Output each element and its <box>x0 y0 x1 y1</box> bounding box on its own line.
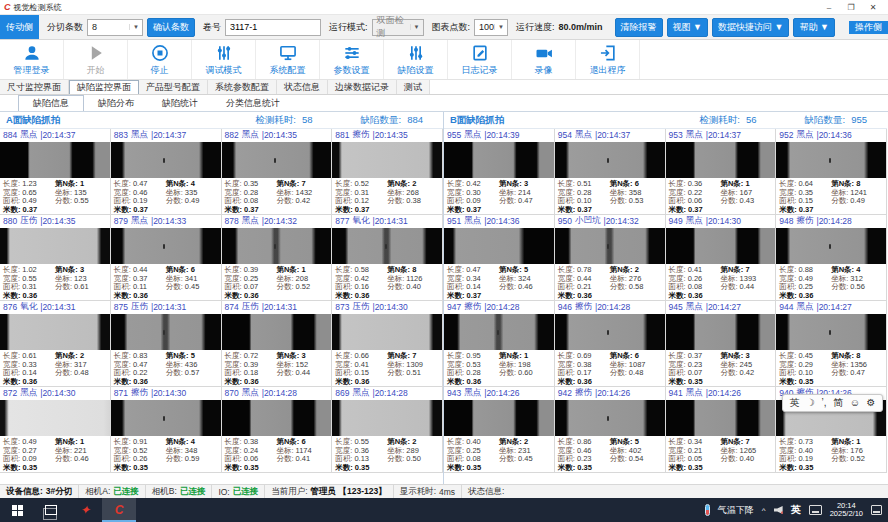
chart-points-select[interactable]: 100 ▼ <box>474 19 508 36</box>
tab-产品型号配置[interactable]: 产品型号配置 <box>139 80 208 94</box>
maximize-button[interactable]: ❐ <box>840 3 862 12</box>
defect-image[interactable] <box>444 314 554 351</box>
defect-image[interactable] <box>444 400 554 437</box>
defect-cell[interactable]: 872 黑点 |20:14:30 长度: 0.49 宽度: 0.27 面积: 0… <box>0 387 111 473</box>
moon-icon[interactable]: ☽ <box>806 398 815 408</box>
defect-image[interactable] <box>0 314 110 351</box>
defect-cell[interactable]: 949 黑点 |20:14:30 长度: 0.41 宽度: 0.26 面积: 0… <box>666 215 777 301</box>
defect-image[interactable] <box>222 228 332 265</box>
action-log-button[interactable]: 日志记录 <box>448 40 512 79</box>
run-mode-select[interactable]: 双面检测 ▼ <box>372 19 424 36</box>
task-view-button[interactable] <box>34 498 68 522</box>
tray-expand-button[interactable]: ^ <box>762 506 766 515</box>
defect-cell[interactable]: 953 黑点 |20:14:37 长度: 0.36 宽度: 0.22 面积: 0… <box>666 129 777 215</box>
defect-image[interactable] <box>776 142 886 179</box>
defect-image[interactable] <box>0 400 110 437</box>
defect-cell[interactable]: 875 压伤 |20:14:31 长度: 0.83 宽度: 0.47 面积: 0… <box>111 301 222 387</box>
punctuation-toggle[interactable]: ’, <box>822 398 827 408</box>
defect-image[interactable] <box>776 228 886 265</box>
defect-cell[interactable]: 952 黑点 |20:14:36 长度: 0.64 宽度: 0.35 面积: 0… <box>776 129 887 215</box>
defect-image[interactable] <box>444 228 554 265</box>
taskbar-app-inspection[interactable]: C <box>102 498 136 522</box>
tab-缺陷监控界面[interactable]: 缺陷监控界面 <box>69 80 139 94</box>
defect-image[interactable] <box>222 314 332 351</box>
defect-cell[interactable]: 882 黑点 |20:14:35 长度: 0.35 宽度: 0.28 面积: 0… <box>222 129 333 215</box>
emoji-icon[interactable]: ☺ <box>850 398 860 408</box>
simplified-toggle[interactable]: 简 <box>833 398 843 408</box>
gear-icon[interactable]: ⚙ <box>866 398 875 408</box>
action-debug-button[interactable]: 调试模式 <box>192 40 256 79</box>
tab-边缘数据记录[interactable]: 边缘数据记录 <box>328 80 397 94</box>
defect-image[interactable] <box>222 400 332 437</box>
tab-状态信息[interactable]: 状态信息 <box>277 80 328 94</box>
defect-cell[interactable]: 942 擦伤 |20:14:26 长度: 0.86 宽度: 0.46 面积: 0… <box>555 387 666 473</box>
defect-image[interactable] <box>332 228 442 265</box>
defect-image[interactable] <box>332 400 442 437</box>
quick-data-menu-button[interactable]: 数据快捷访问 ▼ <box>712 18 789 37</box>
subtab-分类信息统计[interactable]: 分类信息统计 <box>212 95 294 111</box>
taskbar-app-red[interactable]: ✦ <box>68 498 102 522</box>
defect-image[interactable] <box>222 142 332 179</box>
defect-image[interactable] <box>332 314 442 351</box>
defect-cell[interactable]: 880 压伤 |20:14:35 长度: 1.02 宽度: 0.55 面积: 0… <box>0 215 111 301</box>
defect-cell[interactable]: 877 氧化 |20:14:31 长度: 0.58 宽度: 0.42 面积: 0… <box>332 215 443 301</box>
action-sysconfig-button[interactable]: 系统配置 <box>256 40 320 79</box>
view-menu-button[interactable]: 视图 ▼ <box>667 18 708 37</box>
defect-image[interactable] <box>0 142 110 179</box>
defect-cell[interactable]: 955 黑点 |20:14:39 长度: 0.42 宽度: 0.30 面积: 0… <box>444 129 555 215</box>
defect-cell[interactable]: 871 擦伤 |20:14:30 长度: 0.91 宽度: 0.52 面积: 0… <box>111 387 222 473</box>
defect-image[interactable] <box>666 314 776 351</box>
keyboard-icon[interactable] <box>809 505 822 515</box>
defect-image[interactable] <box>111 400 221 437</box>
defect-image[interactable] <box>555 142 665 179</box>
defect-cell[interactable]: 948 擦伤 |20:14:28 长度: 0.88 宽度: 0.49 面积: 0… <box>776 215 887 301</box>
defect-image[interactable] <box>776 314 886 351</box>
defect-cell[interactable]: 876 氧化 |20:14:31 长度: 0.61 宽度: 0.33 面积: 0… <box>0 301 111 387</box>
action-start-button[interactable]: 开始 <box>64 40 128 79</box>
clear-alarm-button[interactable]: 清除报警 <box>615 18 663 37</box>
tab-测试[interactable]: 测试 <box>397 80 430 94</box>
defect-image[interactable] <box>555 228 665 265</box>
defect-cell[interactable]: 946 擦伤 |20:14:28 长度: 0.69 宽度: 0.38 面积: 0… <box>555 301 666 387</box>
defect-cell[interactable]: 873 压伤 |20:14:30 长度: 0.66 宽度: 0.41 面积: 0… <box>332 301 443 387</box>
defect-image[interactable] <box>444 142 554 179</box>
drive-side-button[interactable]: 传动侧 <box>0 15 39 39</box>
volume-icon[interactable] <box>774 506 783 514</box>
roll-no-input[interactable] <box>225 19 321 36</box>
confirm-count-button[interactable]: 确认条数 <box>147 18 195 37</box>
defect-cell[interactable]: 874 压伤 |20:14:31 长度: 0.72 宽度: 0.39 面积: 0… <box>222 301 333 387</box>
defect-cell[interactable]: 881 擦伤 |20:14:35 长度: 0.52 宽度: 0.31 面积: 0… <box>332 129 443 215</box>
help-menu-button[interactable]: 帮助 ▼ <box>793 18 834 37</box>
defect-cell[interactable]: 883 黑点 |20:14:37 长度: 0.47 宽度: 0.46 面积: 0… <box>111 129 222 215</box>
defect-image[interactable] <box>111 228 221 265</box>
defect-cell[interactable]: 954 黑点 |20:14:37 长度: 0.51 宽度: 0.28 面积: 0… <box>555 129 666 215</box>
subtab-缺陷统计[interactable]: 缺陷统计 <box>148 95 212 111</box>
weather-text[interactable]: 气温下降 <box>718 504 754 517</box>
action-exit-button[interactable]: 退出程序 <box>576 40 640 79</box>
defect-image[interactable] <box>111 142 221 179</box>
defect-image[interactable] <box>666 228 776 265</box>
subtab-缺陷分布[interactable]: 缺陷分布 <box>84 95 148 111</box>
defect-cell[interactable]: 884 黑点 |20:14:37 长度: 1.23 宽度: 0.65 面积: 0… <box>0 129 111 215</box>
defect-cell[interactable]: 878 黑点 |20:14:32 长度: 0.39 宽度: 0.25 面积: 0… <box>222 215 333 301</box>
defect-cell[interactable]: 947 擦伤 |20:14:28 长度: 0.95 宽度: 0.53 面积: 0… <box>444 301 555 387</box>
defect-image[interactable] <box>555 400 665 437</box>
defect-image[interactable] <box>332 142 442 179</box>
taskbar-clock[interactable]: 20:14 2025/2/10 <box>830 502 863 519</box>
action-record-button[interactable]: 录像 <box>512 40 576 79</box>
defect-cell[interactable]: 944 黑点 |20:14:27 长度: 0.45 宽度: 0.29 面积: 0… <box>776 301 887 387</box>
defect-image[interactable] <box>666 400 776 437</box>
thermometer-icon[interactable] <box>705 504 710 516</box>
defect-cell[interactable]: 870 黑点 |20:14:28 长度: 0.38 宽度: 0.24 面积: 0… <box>222 387 333 473</box>
ime-language-toggle[interactable]: 英 <box>790 398 800 408</box>
action-defectset-button[interactable]: 缺陷设置 <box>384 40 448 79</box>
defect-cell[interactable]: 945 黑点 |20:14:27 长度: 0.37 宽度: 0.23 面积: 0… <box>666 301 777 387</box>
defect-image[interactable] <box>0 228 110 265</box>
minimize-button[interactable]: ‒ <box>818 3 840 12</box>
action-center-icon[interactable] <box>871 505 882 515</box>
defect-cell[interactable]: 869 黑点 |20:14:28 长度: 0.55 宽度: 0.36 面积: 0… <box>332 387 443 473</box>
start-button[interactable] <box>0 498 34 522</box>
action-params-button[interactable]: 参数设置 <box>320 40 384 79</box>
slit-count-select[interactable]: 8 ▼ <box>87 19 143 36</box>
action-login-button[interactable]: 管理登录 <box>0 40 64 79</box>
